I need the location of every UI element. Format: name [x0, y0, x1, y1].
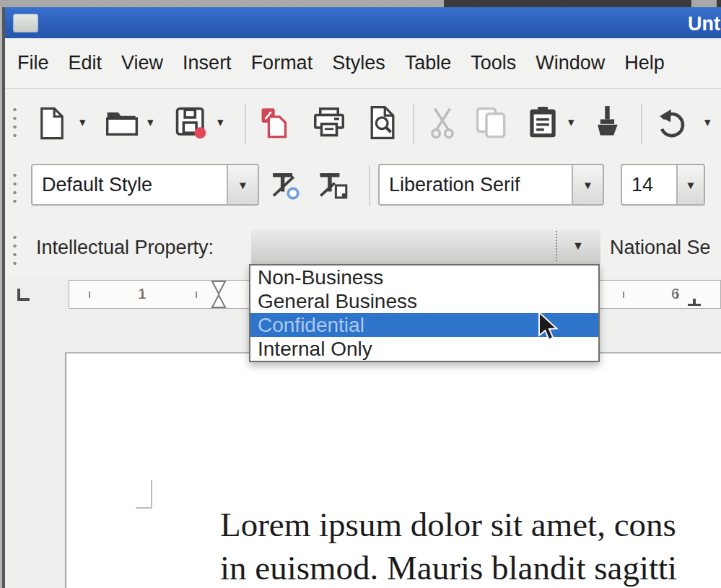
clone-formatting-button[interactable]: [588, 103, 626, 142]
print-button[interactable]: [311, 106, 347, 139]
font-name-dropdown-button[interactable]: ▼: [572, 165, 603, 204]
cut-scissors-icon: [428, 106, 457, 139]
text-boundary-corner: [136, 480, 152, 509]
font-name-value: Liberation Serif: [380, 174, 520, 196]
new-document-button[interactable]: [36, 105, 68, 142]
menu-styles[interactable]: Styles: [332, 52, 385, 74]
formatting-toolbar: Default Style ▼ Liberati: [5, 155, 721, 221]
standard-toolbar: ▾ ▾ ▾: [5, 89, 721, 155]
window-left-border: [0, 7, 5, 588]
paragraph-style-value: Default Style: [32, 174, 152, 196]
libreoffice-writer-window: Unt File Edit View Insert Format Styles …: [0, 0, 721, 588]
paragraph-style-dropdown-button[interactable]: ▼: [227, 165, 258, 204]
save-icon: [175, 106, 208, 139]
intellectual-property-label: Intellectual Property:: [36, 237, 214, 259]
chevron-down-icon: ▼: [237, 179, 248, 191]
undo-button[interactable]: [652, 105, 689, 141]
intellectual-property-value: [251, 229, 261, 251]
print-preview-button[interactable]: [365, 105, 400, 141]
tab-stop-type-selector[interactable]: [17, 289, 30, 301]
new-document-dropdown-arrow[interactable]: ▾: [79, 107, 86, 139]
new-document-icon: [38, 107, 66, 140]
desktop-strip: [0, 0, 721, 7]
intellectual-property-combobox[interactable]: ▼: [251, 229, 600, 266]
toolbar-separator: [413, 104, 414, 144]
menu-format[interactable]: Format: [251, 52, 313, 74]
toolbar-separator: [369, 165, 370, 206]
window-title: Unt: [688, 13, 720, 35]
title-bar[interactable]: Unt: [0, 7, 721, 39]
chevron-down-icon: ▼: [572, 240, 584, 253]
print-preview-icon: [367, 106, 398, 139]
cut-button: [426, 105, 459, 141]
dropdown-item-non-business[interactable]: Non-Business: [250, 266, 598, 289]
menu-bar: File Edit View Insert Format Styles Tabl…: [5, 38, 721, 89]
font-size-combobox[interactable]: 14 ▼: [621, 164, 705, 206]
undo-icon: [654, 107, 687, 139]
toolbar-drag-handle[interactable]: [13, 171, 17, 207]
font-size-dropdown-button[interactable]: ▼: [676, 165, 704, 204]
print-icon: [313, 107, 346, 138]
menu-view[interactable]: View: [121, 52, 163, 74]
save-dropdown-arrow[interactable]: ▾: [217, 107, 224, 139]
paste-clipboard-icon: [526, 105, 559, 140]
chevron-down-icon: ▼: [582, 179, 593, 191]
dropdown-item-general-business[interactable]: General Business: [250, 289, 598, 313]
national-security-label: National Se: [610, 237, 711, 259]
menu-window[interactable]: Window: [536, 52, 605, 74]
menu-help[interactable]: Help: [624, 52, 665, 74]
toolbar-drag-handle[interactable]: [13, 233, 17, 266]
undo-dropdown-arrow[interactable]: ▾: [704, 107, 711, 139]
document-text-line[interactable]: Lorem ipsum dolor sit amet, cons: [220, 505, 676, 544]
new-style-icon: [318, 170, 349, 201]
paste-dropdown-arrow[interactable]: ▾: [568, 107, 574, 139]
save-button[interactable]: [173, 105, 209, 141]
font-size-value: 14: [622, 174, 653, 196]
desktop-dark-corner: [717, 0, 721, 7]
new-style-button[interactable]: [315, 167, 351, 203]
export-pdf-button[interactable]: [256, 105, 291, 141]
open-folder-icon: [106, 110, 138, 137]
ruler-number: 6: [671, 285, 680, 302]
open-dropdown-arrow[interactable]: ▾: [147, 107, 154, 139]
copy-icon: [475, 106, 508, 139]
window-menu-icon[interactable]: [13, 14, 38, 32]
desktop-dark-tab: [444, 0, 691, 7]
document-text-line[interactable]: in euismod. Mauris blandit sagitti: [220, 548, 677, 587]
menu-tools[interactable]: Tools: [471, 52, 516, 74]
menu-file[interactable]: File: [17, 52, 49, 74]
ruler-number: 1: [138, 285, 147, 302]
menu-insert[interactable]: Insert: [183, 52, 232, 74]
paste-button[interactable]: [524, 104, 561, 141]
update-style-button[interactable]: [267, 167, 303, 203]
update-style-icon: [269, 170, 301, 201]
indent-marker[interactable]: [210, 281, 227, 308]
toolbar-drag-handle[interactable]: [13, 105, 17, 141]
toolbar-separator: [245, 104, 246, 144]
font-name-combobox[interactable]: Liberation Serif ▼: [378, 164, 604, 206]
tab-stop-marker[interactable]: [688, 299, 701, 306]
paragraph-style-combobox[interactable]: Default Style ▼: [31, 164, 259, 206]
toolbar-separator: [641, 104, 642, 144]
menu-table[interactable]: Table: [405, 52, 452, 74]
tab-stop-base: [688, 304, 701, 306]
clone-formatting-brush-icon: [591, 105, 623, 141]
intellectual-property-dropdown-button[interactable]: ▼: [556, 231, 599, 261]
menu-edit[interactable]: Edit: [69, 52, 102, 74]
export-pdf-icon: [258, 106, 289, 139]
document-page[interactable]: Lorem ipsum dolor sit amet, cons in euis…: [65, 352, 721, 588]
open-button[interactable]: [105, 107, 139, 140]
mouse-cursor-icon: [538, 312, 561, 344]
tab-stop-stem: [693, 299, 696, 304]
copy-button: [473, 105, 510, 141]
chevron-down-icon: ▼: [686, 179, 696, 191]
